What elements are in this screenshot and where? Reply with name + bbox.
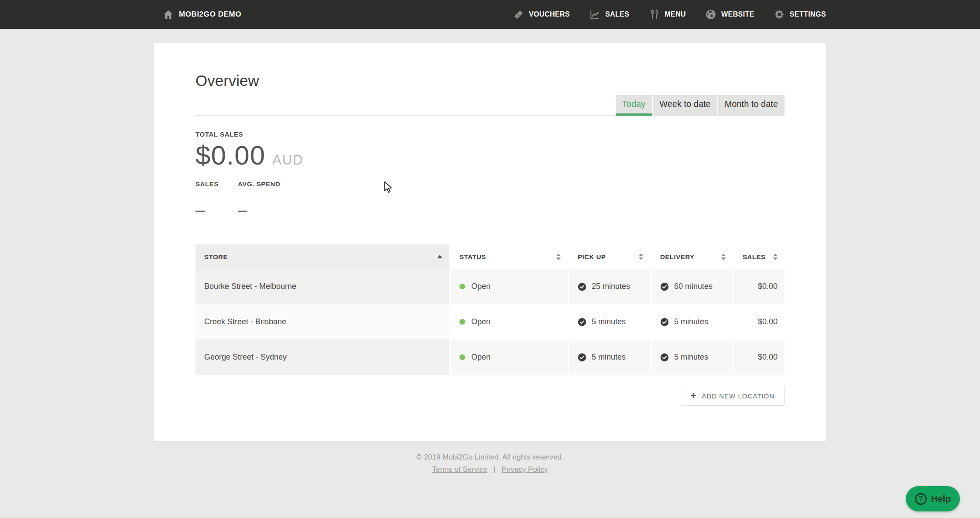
tab-month-to-date[interactable]: Month to date <box>718 95 785 116</box>
help-button[interactable]: ? Help <box>906 486 960 511</box>
column-header-store[interactable]: STORE <box>195 244 449 269</box>
avg-spend-value: — <box>238 209 280 213</box>
nav-item-label: SALES <box>605 10 629 18</box>
voucher-icon <box>513 9 524 20</box>
plus-icon: + <box>691 391 697 401</box>
gear-icon <box>774 9 785 20</box>
open-status-dot <box>459 354 465 360</box>
pickup-cell: 25 minutes <box>569 269 650 304</box>
check-circle-icon <box>660 282 669 291</box>
brand-label: MOBI2GO DEMO <box>179 10 241 19</box>
stores-table: STORE STATUS PICK UP DELIVERY SALES <box>195 244 785 375</box>
table-header-row: STORE STATUS PICK UP DELIVERY SALES <box>195 244 785 269</box>
delivery-cell: 5 minutes <box>651 304 733 340</box>
sort-icon <box>639 254 643 260</box>
sales-cell: $0.00 <box>734 340 785 375</box>
sort-icon <box>721 254 726 260</box>
stats-section: TOTAL SALES $0.00 AUD SALES — AVG. SPEND… <box>195 116 785 229</box>
add-new-location-button[interactable]: + ADD NEW LOCATION <box>681 386 785 406</box>
fork-knife-icon <box>648 9 660 20</box>
footer-separator: | <box>493 465 495 474</box>
question-circle-icon: ? <box>915 493 927 505</box>
terms-of-service-link[interactable]: Terms of Service <box>432 465 488 474</box>
table-row[interactable]: Creek Street - Brisbane Open 5 minutes 5… <box>195 304 785 340</box>
check-circle-icon <box>578 282 586 291</box>
copyright-text: © 2019 Mobi2Go Limited. All rights reser… <box>0 453 980 462</box>
brand-home-link[interactable]: MOBI2GO DEMO <box>154 9 241 20</box>
nav-item-sales[interactable]: SALES <box>589 9 629 20</box>
nav-item-label: WEBSITE <box>721 10 754 18</box>
column-header-sales[interactable]: SALES <box>734 244 785 269</box>
open-status-dot <box>459 284 465 289</box>
column-header-delivery[interactable]: DELIVERY <box>651 244 733 269</box>
table-row[interactable]: Bourke Street - Melbourne Open 25 minute… <box>195 269 785 304</box>
status-cell: Open <box>451 269 568 304</box>
date-range-tabs: Today Week to date Month to date <box>615 95 785 116</box>
nav-item-label: MENU <box>665 10 686 18</box>
sales-cell: $0.00 <box>734 269 785 304</box>
sales-chart-icon <box>589 9 600 20</box>
check-circle-icon <box>578 353 586 362</box>
column-header-status[interactable]: STATUS <box>451 244 568 269</box>
status-cell: Open <box>451 304 568 340</box>
avg-spend-label: AVG. SPEND <box>238 180 280 188</box>
check-circle-icon <box>660 318 669 326</box>
privacy-policy-link[interactable]: Privacy Policy <box>502 465 548 474</box>
globe-icon <box>705 9 716 20</box>
check-circle-icon <box>660 353 669 362</box>
sort-icon <box>773 254 778 260</box>
tab-week-to-date[interactable]: Week to date <box>653 95 717 116</box>
total-sales-value: $0.00 <box>195 140 265 171</box>
nav-menu: VOUCHERS SALES MENU WEBSITE <box>513 9 826 20</box>
open-status-dot <box>459 319 465 325</box>
overview-card: Overview Today Week to date Month to dat… <box>154 43 826 441</box>
pickup-cell: 5 minutes <box>569 304 650 340</box>
total-sales-label: TOTAL SALES <box>195 130 785 138</box>
sales-cell: $0.00 <box>734 304 785 340</box>
tab-today[interactable]: Today <box>616 95 652 116</box>
nav-item-label: VOUCHERS <box>529 10 570 18</box>
sort-icon <box>556 254 561 260</box>
sales-count-value: — <box>195 209 219 213</box>
avg-spend-stat: AVG. SPEND — <box>238 180 280 213</box>
status-cell: Open <box>451 340 568 375</box>
sales-count-stat: SALES — <box>195 180 219 213</box>
home-icon <box>163 9 174 20</box>
sort-ascending-icon <box>437 255 442 258</box>
card-header: Overview Today Week to date Month to dat… <box>195 43 785 116</box>
sales-count-label: SALES <box>195 180 219 188</box>
nav-item-label: SETTINGS <box>790 10 826 18</box>
pickup-cell: 5 minutes <box>569 340 650 375</box>
nav-item-vouchers[interactable]: VOUCHERS <box>513 9 570 20</box>
delivery-cell: 60 minutes <box>651 269 733 304</box>
page-title: Overview <box>195 72 259 89</box>
column-header-pickup[interactable]: PICK UP <box>569 244 650 269</box>
page-footer: © 2019 Mobi2Go Limited. All rights reser… <box>0 453 980 474</box>
check-circle-icon <box>578 318 586 326</box>
store-name-cell[interactable]: Creek Street - Brisbane <box>195 304 449 340</box>
store-name-cell[interactable]: Bourke Street - Melbourne <box>195 269 449 304</box>
delivery-cell: 5 minutes <box>651 340 733 375</box>
nav-item-website[interactable]: WEBSITE <box>705 9 754 20</box>
table-row[interactable]: George Street - Sydney Open 5 minutes 5 … <box>195 340 785 375</box>
nav-item-settings[interactable]: SETTINGS <box>774 9 826 20</box>
top-navbar: MOBI2GO DEMO VOUCHERS SALES MENU <box>0 0 980 29</box>
store-name-cell[interactable]: George Street - Sydney <box>195 340 449 375</box>
currency-label: AUD <box>272 152 303 168</box>
nav-item-menu[interactable]: MENU <box>648 9 686 20</box>
